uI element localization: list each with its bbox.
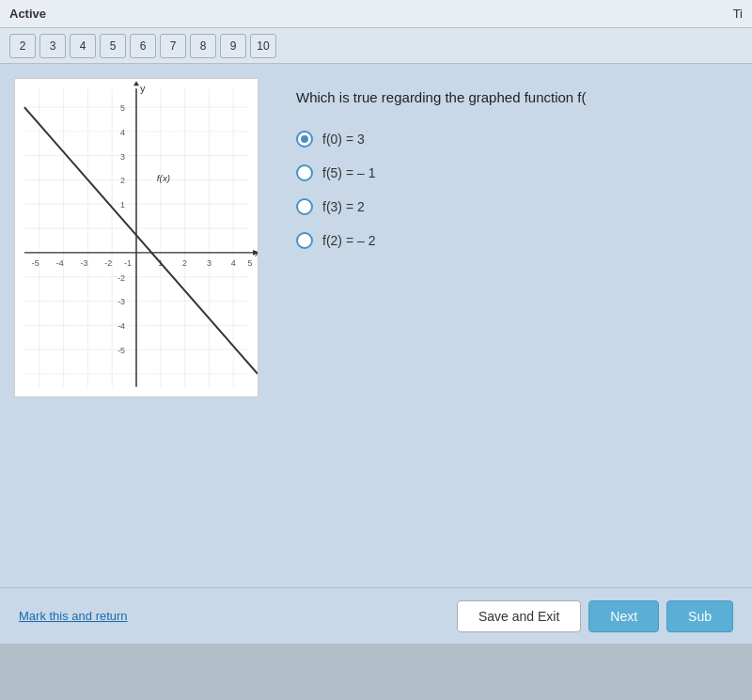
options-list: f(0) = 3f(5) = – 1f(3) = 2f(2) = – 2 <box>296 131 719 249</box>
x-axis-label: x <box>255 247 258 258</box>
y-axis-label: y <box>140 83 146 94</box>
save-exit-button[interactable]: Save and Exit <box>457 600 581 632</box>
main-content: x y -5 -4 -3 -2 -1 1 2 3 4 5 5 4 3 2 1 -… <box>0 64 752 644</box>
nav-btn-3[interactable]: 3 <box>39 34 66 58</box>
graph-container: x y -5 -4 -3 -2 -1 1 2 3 4 5 5 4 3 2 1 -… <box>14 78 258 397</box>
svg-text:5: 5 <box>120 103 125 113</box>
svg-text:-1: -1 <box>124 258 132 268</box>
option-item-3[interactable]: f(3) = 2 <box>296 198 719 215</box>
question-nav-bar: 2345678910 <box>0 28 752 64</box>
submit-button[interactable]: Sub <box>666 600 733 632</box>
top-bar: Active Ti <box>0 0 752 28</box>
svg-text:3: 3 <box>207 258 212 268</box>
nav-btn-4[interactable]: 4 <box>70 34 96 58</box>
svg-text:f(x): f(x) <box>157 173 170 183</box>
nav-btn-5[interactable]: 5 <box>100 34 126 58</box>
mark-return-link[interactable]: Mark this and return <box>19 609 128 623</box>
svg-text:-5: -5 <box>32 258 39 268</box>
svg-marker-24 <box>133 81 139 86</box>
nav-btn-7[interactable]: 7 <box>160 34 186 58</box>
option-label-1: f(0) = 3 <box>322 132 365 147</box>
svg-text:-4: -4 <box>56 258 64 268</box>
option-item-2[interactable]: f(5) = – 1 <box>296 164 719 181</box>
status-label: Active <box>9 7 46 21</box>
option-radio-1[interactable] <box>296 131 313 148</box>
svg-text:5: 5 <box>248 258 253 268</box>
nav-btn-6[interactable]: 6 <box>130 34 156 58</box>
svg-line-45 <box>24 107 258 374</box>
option-radio-3[interactable] <box>296 198 313 215</box>
svg-text:3: 3 <box>120 152 125 162</box>
bottom-bar: Mark this and return Save and Exit Next … <box>0 587 752 644</box>
svg-text:2: 2 <box>120 176 125 185</box>
svg-text:-5: -5 <box>118 346 125 355</box>
option-label-4: f(2) = – 2 <box>322 233 375 248</box>
svg-text:-4: -4 <box>118 321 125 331</box>
svg-text:2: 2 <box>182 258 187 268</box>
nav-btn-9[interactable]: 9 <box>220 34 246 58</box>
next-button[interactable]: Next <box>588 600 659 632</box>
svg-text:4: 4 <box>120 128 125 137</box>
svg-text:-2: -2 <box>104 258 112 268</box>
option-radio-2[interactable] <box>296 164 313 181</box>
svg-text:1: 1 <box>120 200 125 210</box>
nav-btn-2[interactable]: 2 <box>9 34 36 58</box>
question-text: Which is true regarding the graphed func… <box>296 87 719 107</box>
graph-svg: x y -5 -4 -3 -2 -1 1 2 3 4 5 5 4 3 2 1 -… <box>15 79 258 397</box>
svg-text:4: 4 <box>231 258 236 268</box>
svg-text:-3: -3 <box>80 258 87 268</box>
question-area: Which is true regarding the graphed func… <box>277 78 738 630</box>
option-label-3: f(3) = 2 <box>322 199 365 214</box>
timer-label: Ti <box>733 7 743 21</box>
button-group: Save and Exit Next Sub <box>457 600 733 632</box>
svg-text:-3: -3 <box>118 297 125 306</box>
bottom-strip <box>0 644 752 700</box>
option-label-2: f(5) = – 1 <box>322 165 375 180</box>
nav-btn-10[interactable]: 10 <box>250 34 276 58</box>
option-item-1[interactable]: f(0) = 3 <box>296 131 719 148</box>
option-radio-4[interactable] <box>296 232 313 249</box>
nav-btn-8[interactable]: 8 <box>190 34 216 58</box>
option-item-4[interactable]: f(2) = – 2 <box>296 232 719 249</box>
svg-text:-2: -2 <box>118 273 125 283</box>
